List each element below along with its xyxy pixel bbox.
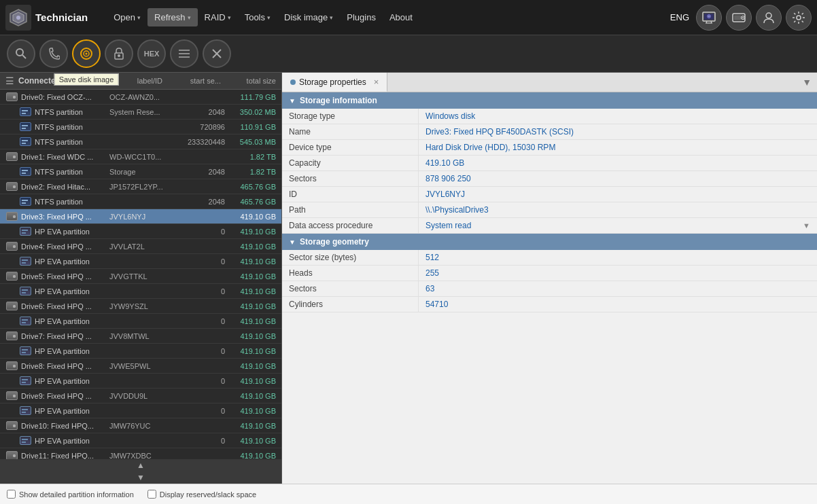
- app-logo-icon: [5, 5, 31, 31]
- drive-name: NTFS partition: [35, 123, 109, 131]
- drive-list-item[interactable]: Drive8: Fixed HPQ ... JVWE5PWL 419.10 GB: [0, 359, 281, 374]
- topbar-hdd-icon[interactable]: [726, 5, 752, 31]
- drive-label: WD-WCC1T0...: [109, 153, 171, 161]
- svg-point-25: [118, 54, 120, 57]
- storage-properties-tab[interactable]: Storage properties ×: [282, 73, 387, 92]
- check-reserved-slack[interactable]: Display reserved/slack space: [147, 490, 256, 499]
- menu-about[interactable]: About: [383, 8, 419, 26]
- drive-total: 419.10 GB: [225, 317, 276, 325]
- prop-value[interactable]: System read ▼: [418, 218, 817, 233]
- drive-name: HP EVA partition: [35, 257, 109, 266]
- prop-value: 419.10 GB: [418, 156, 817, 170]
- drive-total: 419.10 GB: [225, 437, 276, 445]
- drive-list-item[interactable]: HP EVA partition 0 419.10 GB: [0, 254, 281, 269]
- tab-close-btn[interactable]: ×: [374, 77, 379, 87]
- menu-tools[interactable]: Tools ▾: [238, 8, 277, 26]
- drive-total: 419.10 GB: [225, 392, 276, 400]
- svg-point-17: [766, 13, 771, 18]
- drive-list-item[interactable]: Drive1: Fixed WDC ... WD-WCC1T0... 1.82 …: [0, 149, 281, 164]
- drive-name: Drive2: Fixed Hitac...: [21, 183, 109, 191]
- menubar: Technician Open ▾ Refresh ▾ RAID ▾ Tools…: [0, 0, 817, 35]
- prop-row: Capacity 419.10 GB: [282, 156, 817, 171]
- drive-list-item[interactable]: Drive9: Fixed HPQ ... JVVDDU9L 419.10 GB: [0, 389, 281, 403]
- eva-partition-icon: [19, 287, 31, 296]
- tool-save-disk-image-btn[interactable]: Save disk image: [72, 39, 101, 68]
- drive-name: Drive0: Fixed OCZ-...: [21, 93, 109, 101]
- prop-row: Sectors 878 906 250: [282, 171, 817, 187]
- menu-open[interactable]: Open ▾: [107, 8, 147, 26]
- drive-list-item[interactable]: NTFS partition System Rese... 2048 350.0…: [0, 105, 281, 120]
- drive-list-item[interactable]: Drive6: Fixed HPQ ... JYW9YSZL 419.10 GB: [0, 299, 281, 314]
- drive-list-item[interactable]: NTFS partition 720896 110.91 GB: [0, 120, 281, 134]
- prop-key: Sector size (bytes): [282, 250, 418, 265]
- drive-total: 419.10 GB: [225, 347, 276, 355]
- menu-plugins[interactable]: Plugins: [340, 8, 383, 26]
- logo-area: Technician: [5, 5, 99, 31]
- prop-value: \\.\PhysicalDrive3: [418, 202, 817, 217]
- drive-list-item[interactable]: NTFS partition 2048 465.76 GB: [0, 194, 281, 209]
- drive-list-item[interactable]: Drive7: Fixed HPQ ... JVV8MTWL 419.10 GB: [0, 329, 281, 344]
- drive-list-item[interactable]: HP EVA partition 0 419.10 GB: [0, 314, 281, 329]
- drive-name: Drive6: Fixed HPQ ...: [21, 302, 109, 310]
- drive-list-item[interactable]: Drive4: Fixed HPQ ... JVVLAT2L 419.10 GB: [0, 239, 281, 254]
- scroll-down-btn[interactable]: ▼: [0, 471, 281, 484]
- drive-total: 111.79 GB: [225, 93, 276, 101]
- drive-total: 419.10 GB: [225, 362, 276, 370]
- toolbar: Save disk image HEX: [0, 35, 817, 73]
- tool-hex-btn[interactable]: HEX: [137, 39, 166, 68]
- topbar-settings-icon[interactable]: [786, 5, 812, 31]
- topbar-monitor-icon[interactable]: [696, 5, 722, 31]
- drive-list-item[interactable]: Drive0: Fixed OCZ-... OCZ-AWNZ0... 111.7…: [0, 90, 281, 105]
- prop-key: ID: [282, 187, 418, 202]
- section-header-storage-geometry[interactable]: ▼ Storage geometry: [282, 234, 817, 250]
- drive-list-item[interactable]: HP EVA partition 0 419.10 GB: [0, 344, 281, 359]
- drive-list-item[interactable]: Drive5: Fixed HPQ ... JVVGTTKL 419.10 GB: [0, 269, 281, 284]
- drive-list-item[interactable]: Drive11: Fixed HPQ... JMW7XDBC 419.10 GB: [0, 448, 281, 459]
- prop-value: 512: [418, 250, 817, 265]
- dropdown-arrow-icon[interactable]: ▼: [803, 221, 810, 230]
- scroll-up-btn[interactable]: ▲: [0, 459, 281, 471]
- tool-search-btn[interactable]: [7, 39, 35, 68]
- panel-header-title: Connected storag...: [18, 76, 94, 86]
- tool-lock-btn[interactable]: [105, 39, 133, 68]
- drive-list-item[interactable]: HP EVA partition 0 419.10 GB: [0, 374, 281, 389]
- drive-total: 419.10 GB: [225, 272, 276, 281]
- menu-diskimage[interactable]: Disk image ▾: [277, 8, 340, 26]
- section-title: Storage geometry: [300, 237, 369, 247]
- drive-list-item[interactable]: HP EVA partition 0 419.10 GB: [0, 224, 281, 239]
- check-detailed-partition[interactable]: Show detailed partition information: [7, 490, 134, 499]
- tool-list-btn[interactable]: [170, 39, 198, 68]
- drive-total: 419.10 GB: [225, 407, 276, 415]
- drive-list-item[interactable]: Drive10: Fixed HPQ... JMW76YUC 419.10 GB: [0, 418, 281, 433]
- filter-icon[interactable]: ▼: [802, 77, 812, 88]
- drive-list-item[interactable]: NTFS partition 233320448 545.03 MB: [0, 134, 281, 149]
- drive-list-item[interactable]: NTFS partition Storage 2048 1.82 TB: [0, 164, 281, 179]
- eva-partition-icon: [19, 257, 31, 266]
- props-content: ▼ Storage information Storage type Windo…: [282, 92, 817, 484]
- svg-point-18: [797, 16, 801, 20]
- drive-label: JMW7XDBC: [109, 452, 171, 460]
- menu-raid[interactable]: RAID ▾: [198, 8, 238, 26]
- drive-list-item[interactable]: HP EVA partition 0 419.10 GB: [0, 433, 281, 448]
- prop-key: Name: [282, 124, 418, 139]
- drive-list-item[interactable]: Drive2: Fixed Hitac... JP1572FL2YP... 46…: [0, 179, 281, 194]
- topbar-user-icon[interactable]: [756, 5, 782, 31]
- menu-refresh-arrow: ▾: [188, 14, 191, 21]
- check-detailed-input[interactable]: [7, 490, 16, 499]
- hdd-icon: [5, 391, 18, 401]
- section-header-storage-info[interactable]: ▼ Storage information: [282, 92, 817, 109]
- menu-raid-arrow: ▾: [228, 14, 231, 21]
- check-reserved-input[interactable]: [147, 490, 156, 499]
- drive-total: 110.91 GB: [225, 123, 276, 131]
- drive-list-item[interactable]: HP EVA partition 0 419.10 GB: [0, 284, 281, 299]
- tool-call-btn[interactable]: [39, 39, 68, 68]
- drive-list-item[interactable]: Drive3: Fixed HPQ ... JVYL6NYJ 419.10 GB: [0, 209, 281, 224]
- ntfs-partition-icon: [19, 137, 31, 147]
- drive-list-item[interactable]: HP EVA partition 0 419.10 GB: [0, 403, 281, 418]
- tool-close-btn[interactable]: [203, 39, 231, 68]
- drive-name: Drive8: Fixed HPQ ...: [21, 362, 109, 370]
- drive-total: 419.10 GB: [225, 287, 276, 295]
- prop-row: Sector size (bytes) 512: [282, 250, 817, 266]
- drive-name: Drive11: Fixed HPQ...: [21, 452, 109, 460]
- menu-refresh[interactable]: Refresh ▾: [147, 8, 198, 26]
